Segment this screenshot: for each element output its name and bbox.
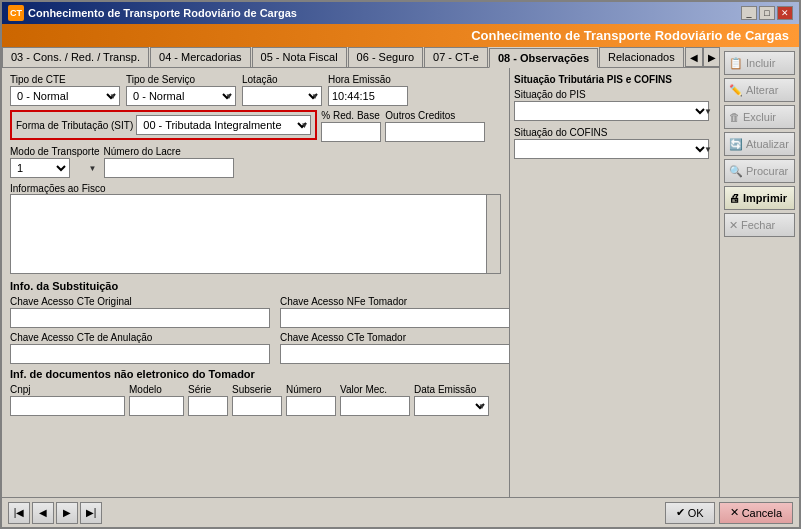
form-area: Tipo de CTE 0 - Normal Tipo de Serviço	[2, 68, 509, 497]
pct-red-base-group: % Red. Base	[321, 110, 381, 142]
pis-cofins-title: Situação Tributária PIS e COFINS	[514, 74, 715, 85]
forma-tributacao-select[interactable]: 00 - Tributada Integralmente	[136, 115, 311, 135]
data-emissao-field: Data Emissão	[414, 384, 489, 416]
incluir-button[interactable]: 📋 Incluir	[724, 51, 795, 75]
main-panel: 03 - Cons. / Red. / Transp. 04 - Mercado…	[2, 47, 719, 497]
nav-prev-button[interactable]: ◀	[32, 502, 54, 524]
situacao-cofins-label: Situação do COFINS	[514, 127, 715, 138]
fechar-icon: ✕	[729, 219, 738, 232]
cancela-button[interactable]: ✕ Cancela	[719, 502, 793, 524]
form-row-1: Tipo de CTE 0 - Normal Tipo de Serviço	[10, 74, 501, 106]
tab-cte[interactable]: 07 - CT-e	[424, 47, 488, 67]
inf-documentos-title: Inf. de documentos não eletronico do Tom…	[10, 368, 501, 380]
tab-seguro[interactable]: 06 - Seguro	[348, 47, 423, 67]
serie-input[interactable]	[188, 396, 228, 416]
inf-documentos-section: Inf. de documentos não eletronico do Tom…	[10, 368, 501, 416]
pct-red-base-input[interactable]	[321, 122, 381, 142]
title-controls: _ □ ✕	[741, 6, 793, 20]
subserie-input[interactable]	[232, 396, 282, 416]
numero-lacre-label: Número do Lacre	[104, 146, 234, 157]
imprimir-button[interactable]: 🖨 Imprimir	[724, 186, 795, 210]
chave-nfe-tomador-input[interactable]	[280, 308, 509, 328]
cancela-x-icon: ✕	[730, 506, 739, 519]
tab-observacoes[interactable]: 08 - Observações	[489, 48, 598, 68]
modelo-input[interactable]	[129, 396, 184, 416]
main-window: CT Conhecimento de Transporte Rodoviário…	[0, 0, 801, 529]
tab-nota-fiscal[interactable]: 05 - Nota Fiscal	[252, 47, 347, 67]
substituicao-title: Info. da Substituição	[10, 280, 501, 292]
chave-cte-tomador-input[interactable]	[280, 344, 509, 364]
nav-last-button[interactable]: ▶|	[80, 502, 102, 524]
situacao-pis-group: Situação do PIS	[514, 89, 715, 121]
modo-transporte-select[interactable]: 1	[10, 158, 70, 178]
minimize-button[interactable]: _	[741, 6, 757, 20]
nav-next-button[interactable]: ▶	[56, 502, 78, 524]
tipo-servico-group: Tipo de Serviço 0 - Normal	[126, 74, 236, 106]
tab-next-button[interactable]: ▶	[703, 47, 719, 67]
tab-prev-button[interactable]: ◀	[685, 47, 703, 67]
bottom-actions: ✔ OK ✕ Cancela	[665, 502, 793, 524]
numero-input[interactable]	[286, 396, 336, 416]
chave-cte-tomador-field: Chave Acesso CTe Tomador	[280, 332, 509, 364]
numero-label: Número	[286, 384, 336, 395]
tabs-row: 03 - Cons. / Red. / Transp. 04 - Mercado…	[2, 47, 719, 68]
maximize-button[interactable]: □	[759, 6, 775, 20]
fechar-button[interactable]: ✕ Fechar	[724, 213, 795, 237]
data-emissao-select[interactable]	[414, 396, 489, 416]
form-row-3: Modo de Transporte 1 Número do Lacre	[10, 146, 501, 178]
alterar-button[interactable]: ✏️ Alterar	[724, 78, 795, 102]
substituicao-row-2: Chave Acesso CTe de Anulação Chave Acess…	[10, 332, 501, 364]
informacoes-fisco-label: Informações ao Fisco	[10, 183, 106, 194]
chave-cte-original-input[interactable]	[10, 308, 270, 328]
inf-doc-row: Cnpj Modelo Série	[10, 384, 501, 416]
hora-emissao-input[interactable]: 10:44:15	[328, 86, 408, 106]
procurar-button[interactable]: 🔍 Procurar	[724, 159, 795, 183]
tab-relacionados[interactable]: Relacionados	[599, 47, 684, 67]
cnpj-input[interactable]	[10, 396, 125, 416]
forma-tributacao-highlighted: Forma de Tributação (SIT) 00 - Tributada…	[10, 110, 317, 140]
chave-cte-anulacao-input[interactable]	[10, 344, 270, 364]
tipo-cte-group: Tipo de CTE 0 - Normal	[10, 74, 120, 106]
app-icon: CT	[8, 5, 24, 21]
informacoes-fisco-area[interactable]	[10, 194, 501, 274]
chave-cte-original-label: Chave Acesso CTe Original	[10, 296, 270, 307]
alterar-icon: ✏️	[729, 84, 743, 97]
subserie-label: Subserie	[232, 384, 282, 395]
situacao-cofins-group: Situação do COFINS	[514, 127, 715, 159]
numero-lacre-input[interactable]	[104, 158, 234, 178]
close-button[interactable]: ✕	[777, 6, 793, 20]
hora-emissao-label: Hora Emissão	[328, 74, 408, 85]
excluir-button[interactable]: 🗑 Excluir	[724, 105, 795, 129]
incluir-icon: 📋	[729, 57, 743, 70]
tab-mercadorias[interactable]: 04 - Mercadorias	[150, 47, 251, 67]
situacao-cofins-select[interactable]	[514, 139, 709, 159]
fisco-scrollbar[interactable]	[486, 195, 500, 273]
content-area: 03 - Cons. / Red. / Transp. 04 - Mercado…	[2, 47, 799, 497]
forma-tributacao-label: Forma de Tributação (SIT)	[16, 120, 133, 131]
chave-nfe-tomador-field: Chave Acesso NFe Tomador	[280, 296, 509, 328]
tab-cons-red-transp[interactable]: 03 - Cons. / Red. / Transp.	[2, 47, 149, 67]
chave-cte-tomador-label: Chave Acesso CTe Tomador	[280, 332, 509, 343]
atualizar-button[interactable]: 🔄 Atualizar	[724, 132, 795, 156]
chave-nfe-tomador-label: Chave Acesso NFe Tomador	[280, 296, 509, 307]
bottom-bar: |◀ ◀ ▶ ▶| ✔ OK ✕ Cancela	[2, 497, 799, 527]
informacoes-fisco-section: Informações ao Fisco	[10, 182, 501, 274]
modo-transporte-label: Modo de Transporte	[10, 146, 100, 157]
chave-cte-original-field: Chave Acesso CTe Original	[10, 296, 270, 328]
substituicao-row-1: Chave Acesso CTe Original Chave Acesso N…	[10, 296, 501, 328]
hora-emissao-group: Hora Emissão 10:44:15	[328, 74, 408, 106]
imprimir-icon: 🖨	[729, 192, 740, 204]
nav-first-button[interactable]: |◀	[8, 502, 30, 524]
tipo-cte-select[interactable]: 0 - Normal	[10, 86, 120, 106]
lotacao-label: Lotação	[242, 74, 322, 85]
ok-button[interactable]: ✔ OK	[665, 502, 715, 524]
header-banner: Conhecimento de Transporte Rodoviário de…	[2, 24, 799, 47]
valor-mec-input[interactable]	[340, 396, 410, 416]
lotacao-select[interactable]	[242, 86, 322, 106]
title-bar-left: CT Conhecimento de Transporte Rodoviário…	[8, 5, 297, 21]
right-buttons-panel: 📋 Incluir ✏️ Alterar 🗑 Excluir 🔄 Atualiz…	[719, 47, 799, 497]
data-emissao-label: Data Emissão	[414, 384, 489, 395]
outros-creditos-input[interactable]	[385, 122, 485, 142]
situacao-pis-select[interactable]	[514, 101, 709, 121]
tipo-servico-select[interactable]: 0 - Normal	[126, 86, 236, 106]
